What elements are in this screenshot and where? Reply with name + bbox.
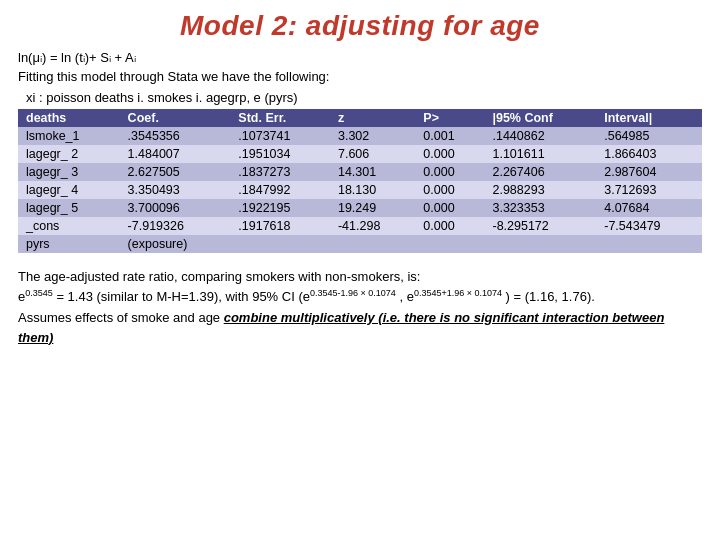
table-cell: 1.101611 (484, 145, 596, 163)
table-cell: 4.07684 (596, 199, 702, 217)
table-cell: 0.000 (415, 163, 484, 181)
equation-line: ln(μᵢ) = ln (tᵢ)+ Sᵢ + Aᵢ (18, 50, 702, 65)
table-cell: lagegr_ 4 (18, 181, 120, 199)
table-cell: 3.700096 (120, 199, 231, 217)
table-cell: 2.267406 (484, 163, 596, 181)
table-cell (596, 235, 702, 253)
table-row: pyrs(exposure) (18, 235, 702, 253)
combine-text: combine multiplicatively (i.e. there is … (18, 310, 664, 345)
table-cell: 1.484007 (120, 145, 231, 163)
table-row: lsmoke_1.3545356.10737413.3020.001.14408… (18, 127, 702, 145)
exp2: 0.3545-1.96 × 0.1074 (310, 288, 396, 298)
results-table: deaths Coef. Std. Err. z P> |95% Conf In… (18, 109, 702, 253)
table-row: lagegr_ 43.350493.184799218.1300.0002.98… (18, 181, 702, 199)
table-row: lagegr_ 53.700096.192219519.2490.0003.32… (18, 199, 702, 217)
mid1: = 1.43 (similar to M-H=1.39), with 95% C… (53, 289, 310, 304)
table-cell: -7.919326 (120, 217, 231, 235)
col-header-deaths: deaths (18, 109, 120, 127)
table-cell: lagegr_ 5 (18, 199, 120, 217)
page-title: Model 2: adjusting for age (18, 10, 702, 42)
table-cell: 3.323353 (484, 199, 596, 217)
table-cell: -7.543479 (596, 217, 702, 235)
col-header-conf-low: |95% Conf (484, 109, 596, 127)
table-cell: -41.298 (330, 217, 415, 235)
col-header-z: z (330, 109, 415, 127)
fitting-text: Fitting this model through Stata we have… (18, 69, 702, 84)
table-cell: lagegr_ 2 (18, 145, 120, 163)
table-cell: 0.000 (415, 145, 484, 163)
col-header-coef: Coef. (120, 109, 231, 127)
col-header-conf-high: Interval| (596, 109, 702, 127)
stata-command: xi : poisson deaths i. smokes i. agegrp,… (26, 90, 298, 105)
col-header-p: P> (415, 109, 484, 127)
table-cell: _cons (18, 217, 120, 235)
table-row: lagegr_ 21.484007.19510347.6060.0001.101… (18, 145, 702, 163)
table-cell: (exposure) (120, 235, 231, 253)
table-cell: lsmoke_1 (18, 127, 120, 145)
equation-text: ln(μᵢ) = ln (tᵢ)+ Sᵢ + Aᵢ (18, 50, 136, 65)
table-cell: 3.712693 (596, 181, 702, 199)
table-cell: 7.606 (330, 145, 415, 163)
exp3: 0.3545+1.96 × 0.1074 (414, 288, 502, 298)
table-cell: .1837273 (230, 163, 330, 181)
table-cell: 2.987604 (596, 163, 702, 181)
table-cell: 18.130 (330, 181, 415, 199)
table-cell: 2.988293 (484, 181, 596, 199)
table-cell: 2.627505 (120, 163, 231, 181)
table-cell: 0.000 (415, 199, 484, 217)
rate-ratio-line2: e0.3545 = 1.43 (similar to M-H=1.39), wi… (18, 287, 702, 307)
table-cell: 3.350493 (120, 181, 231, 199)
bottom-paragraph: The age-adjusted rate ratio, comparing s… (18, 267, 702, 348)
table-cell: .564985 (596, 127, 702, 145)
table-cell: -8.295172 (484, 217, 596, 235)
assumes-line: Assumes effects of smoke and age combine… (18, 308, 702, 348)
table-cell: pyrs (18, 235, 120, 253)
table-cell: .3545356 (120, 127, 231, 145)
col-header-stderr: Std. Err. (230, 109, 330, 127)
table-cell: .1847992 (230, 181, 330, 199)
table-cell: lagegr_ 3 (18, 163, 120, 181)
table-cell: 3.302 (330, 127, 415, 145)
table-cell: .1917618 (230, 217, 330, 235)
table-cell: 0.000 (415, 181, 484, 199)
table-cell (415, 235, 484, 253)
table-cell: 0.001 (415, 127, 484, 145)
table-cell: .1922195 (230, 199, 330, 217)
exp1: 0.3545 (25, 288, 53, 298)
table-row: _cons-7.919326.1917618-41.2980.000-8.295… (18, 217, 702, 235)
table-cell: 19.249 (330, 199, 415, 217)
line2-end: ) = (1.16, 1.76). (502, 289, 595, 304)
table-cell: .1951034 (230, 145, 330, 163)
table-cell: 1.866403 (596, 145, 702, 163)
table-cell: 14.301 (330, 163, 415, 181)
table-cell (330, 235, 415, 253)
table-cell: .1073741 (230, 127, 330, 145)
table-cell: .1440862 (484, 127, 596, 145)
table-cell: 0.000 (415, 217, 484, 235)
rate-ratio-line1: The age-adjusted rate ratio, comparing s… (18, 267, 702, 287)
table-cell (484, 235, 596, 253)
table-row: lagegr_ 32.627505.183727314.3010.0002.26… (18, 163, 702, 181)
table-cell (230, 235, 330, 253)
mid2: , e (396, 289, 414, 304)
